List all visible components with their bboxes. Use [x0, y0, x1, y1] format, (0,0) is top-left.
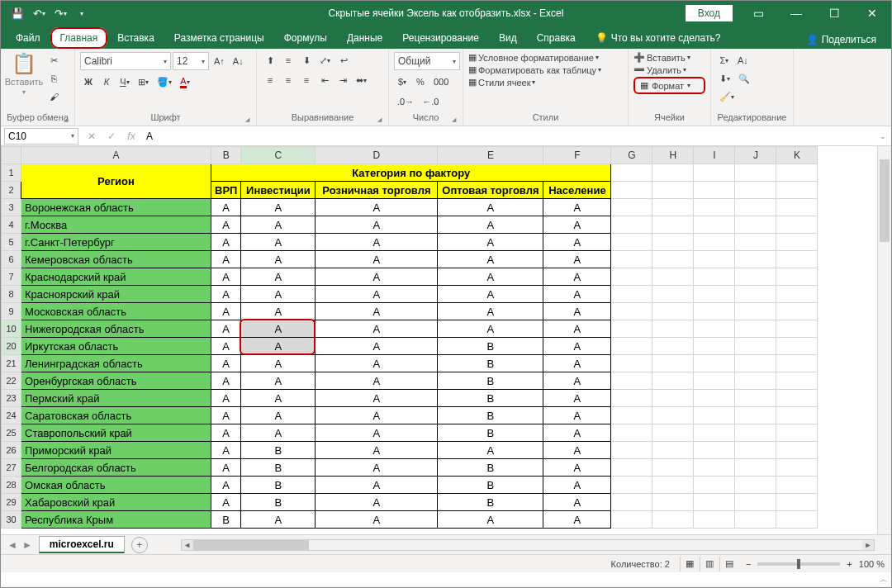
cell[interactable] — [611, 407, 652, 424]
align-left-button[interactable]: ≡ — [262, 72, 278, 88]
cell[interactable]: B — [241, 459, 316, 477]
cell[interactable] — [652, 182, 694, 199]
cell[interactable] — [694, 320, 735, 338]
zoom-out-button[interactable]: − — [746, 559, 751, 569]
cell[interactable]: A — [241, 216, 316, 234]
header-sub[interactable]: Население — [543, 182, 611, 199]
close-button[interactable]: ✕ — [853, 1, 891, 26]
cell[interactable] — [694, 234, 735, 251]
page-break-view-button[interactable]: ▤ — [719, 557, 739, 571]
cell[interactable] — [611, 251, 652, 268]
cell[interactable] — [652, 234, 694, 251]
cell[interactable] — [776, 459, 818, 477]
header-category[interactable]: Категория по фактору — [211, 164, 611, 182]
cell[interactable]: A — [438, 234, 543, 251]
cell[interactable]: B — [438, 424, 543, 442]
font-size-combo[interactable]: 12▾ — [173, 52, 209, 70]
tell-me[interactable]: 💡 Что вы хотите сделать? — [586, 27, 731, 49]
cell[interactable]: B — [241, 494, 316, 511]
cell-region[interactable]: Пермский край — [21, 390, 211, 407]
cell[interactable]: A — [543, 407, 611, 424]
select-all-corner[interactable] — [2, 147, 21, 164]
cell[interactable] — [611, 477, 652, 494]
cell[interactable]: A — [316, 251, 438, 268]
delete-cells-button[interactable]: ➖ Удалить ▾ — [633, 64, 705, 75]
align-top-button[interactable]: ⬆ — [262, 52, 278, 69]
cell[interactable]: A — [316, 390, 438, 407]
column-header[interactable]: C — [241, 147, 316, 164]
conditional-formatting-button[interactable]: ▦ Условное форматирование▾ — [468, 52, 623, 63]
cell[interactable] — [735, 442, 776, 459]
autosum-button[interactable]: Σ▾ — [716, 52, 733, 69]
cell-region[interactable]: Хабаровский край — [21, 494, 211, 511]
row-header[interactable]: 3 — [2, 199, 21, 216]
maximize-button[interactable]: ☐ — [815, 1, 853, 26]
row-header[interactable]: 6 — [2, 251, 21, 268]
cell[interactable]: A — [211, 355, 241, 372]
cell[interactable]: A — [211, 199, 241, 216]
cell[interactable]: A — [543, 372, 611, 390]
cell-region[interactable]: Кемеровская область — [21, 251, 211, 268]
cell[interactable]: A — [543, 459, 611, 477]
cell[interactable] — [611, 303, 652, 320]
cell[interactable]: A — [241, 251, 316, 268]
cell[interactable]: A — [316, 511, 438, 529]
row-header[interactable]: 25 — [2, 424, 21, 442]
cell[interactable]: A — [316, 494, 438, 511]
align-center-button[interactable]: ≡ — [280, 72, 297, 88]
row-header[interactable]: 4 — [2, 216, 21, 234]
row-header[interactable]: 24 — [2, 407, 21, 424]
cell[interactable]: A — [543, 494, 611, 511]
cell[interactable]: A — [241, 320, 316, 338]
cell[interactable] — [652, 268, 694, 286]
cell[interactable] — [694, 390, 735, 407]
copy-button[interactable]: ⎘ — [45, 70, 62, 87]
cell[interactable] — [652, 216, 694, 234]
row-header[interactable]: 21 — [2, 355, 21, 372]
fill-button[interactable]: ⬇▾ — [716, 70, 733, 87]
cell[interactable]: A — [241, 511, 316, 529]
cell[interactable]: A — [438, 320, 543, 338]
cell[interactable] — [652, 372, 694, 390]
cell[interactable]: A — [316, 268, 438, 286]
cell[interactable] — [652, 424, 694, 442]
cell[interactable]: B — [438, 390, 543, 407]
cell-styles-button[interactable]: ▦ Стили ячеек▾ — [468, 77, 623, 88]
cell[interactable]: A — [241, 199, 316, 216]
cell[interactable] — [735, 338, 776, 355]
cell[interactable] — [611, 511, 652, 529]
cell[interactable]: A — [316, 338, 438, 355]
cell[interactable] — [735, 286, 776, 303]
cell[interactable] — [611, 355, 652, 372]
clear-button[interactable]: 🧹▾ — [716, 88, 738, 105]
cell[interactable] — [611, 164, 652, 182]
cell[interactable]: A — [438, 268, 543, 286]
cell[interactable]: A — [241, 268, 316, 286]
cell[interactable]: A — [316, 372, 438, 390]
login-button[interactable]: Вход — [686, 5, 733, 21]
decrease-font-button[interactable]: A↓ — [230, 53, 247, 69]
cell[interactable] — [652, 199, 694, 216]
cell[interactable] — [735, 320, 776, 338]
cell[interactable]: A — [438, 286, 543, 303]
cell-region[interactable]: Нижегородская область — [21, 320, 211, 338]
cell-region[interactable]: Омская область — [21, 477, 211, 494]
cell[interactable] — [776, 216, 818, 234]
row-header[interactable]: 7 — [2, 268, 21, 286]
cell[interactable]: A — [241, 303, 316, 320]
cell[interactable]: A — [211, 303, 241, 320]
row-header[interactable]: 27 — [2, 459, 21, 477]
cell[interactable]: A — [543, 424, 611, 442]
cell[interactable] — [611, 390, 652, 407]
cell[interactable] — [735, 216, 776, 234]
cell[interactable]: A — [211, 268, 241, 286]
tab-review[interactable]: Рецензирование — [392, 27, 489, 49]
cell[interactable]: A — [211, 372, 241, 390]
underline-button[interactable]: Ч▾ — [116, 74, 133, 90]
cell[interactable]: A — [543, 355, 611, 372]
cell[interactable] — [735, 182, 776, 199]
cell[interactable]: A — [316, 477, 438, 494]
cell[interactable] — [776, 251, 818, 268]
cell[interactable] — [776, 511, 818, 529]
cell[interactable] — [735, 407, 776, 424]
